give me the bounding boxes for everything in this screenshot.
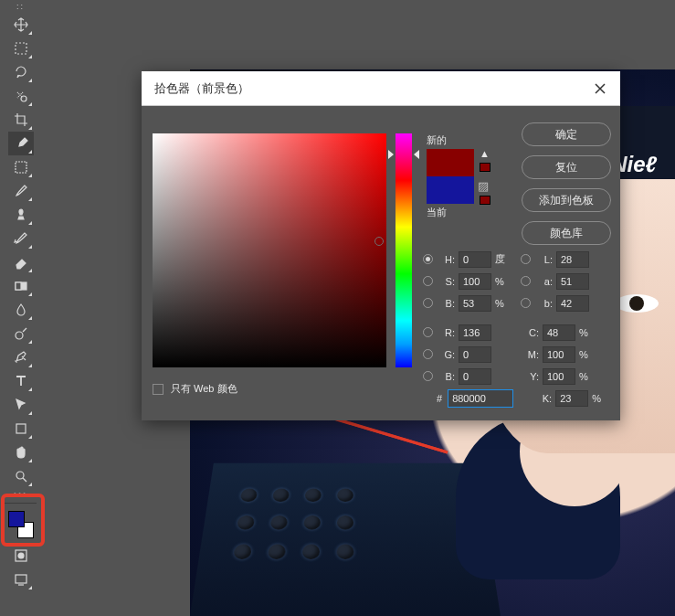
bv-radio[interactable] xyxy=(423,298,433,308)
g-radio[interactable] xyxy=(423,349,433,359)
gradient-tool[interactable] xyxy=(8,274,34,298)
color-swatches[interactable] xyxy=(6,509,36,540)
frame-tool[interactable] xyxy=(8,155,34,179)
type-tool[interactable] xyxy=(8,369,34,393)
tools-panel: :: ••• xyxy=(0,0,41,616)
foreground-swatch[interactable] xyxy=(8,511,25,527)
b-label: b: xyxy=(534,298,553,309)
bc-input[interactable] xyxy=(459,368,491,385)
hand-tool[interactable] xyxy=(8,441,34,464)
quick-mask-tool[interactable] xyxy=(8,544,34,568)
new-label: 新的 xyxy=(427,133,500,147)
y-unit: % xyxy=(579,371,594,382)
b-radio[interactable] xyxy=(521,298,531,308)
svg-rect-4 xyxy=(16,282,21,290)
add-swatch-button[interactable]: 添加到色板 xyxy=(522,188,611,212)
color-values: H: 度 L: S: % a: xyxy=(423,250,609,411)
web-only-label: 只有 Web 颜色 xyxy=(171,382,237,396)
hex-input[interactable] xyxy=(448,389,513,408)
color-compare: 新的 当前 ▲ ▨ xyxy=(427,133,500,221)
y-input[interactable] xyxy=(543,368,575,385)
h-radio[interactable] xyxy=(423,254,433,264)
panel-grip[interactable]: :: xyxy=(0,0,41,13)
b-input[interactable] xyxy=(556,295,589,312)
tool-options-icon[interactable]: ••• xyxy=(0,488,41,501)
s-unit: % xyxy=(495,276,510,287)
gamut-warning-swatch[interactable] xyxy=(480,163,490,172)
svg-rect-0 xyxy=(16,43,26,54)
dialog-titlebar[interactable]: 拾色器（前景色） xyxy=(142,71,620,106)
eyedropper-tool[interactable] xyxy=(8,132,34,155)
bv-input[interactable] xyxy=(459,295,491,312)
l-input[interactable] xyxy=(556,251,589,268)
g-label: G: xyxy=(437,349,455,360)
current-color-swatch[interactable] xyxy=(427,176,474,204)
hex-label: # xyxy=(437,393,442,404)
k-label: K: xyxy=(533,393,552,404)
s-input[interactable] xyxy=(459,273,491,290)
h-input[interactable] xyxy=(459,251,491,268)
svg-point-5 xyxy=(16,332,23,339)
a-input[interactable] xyxy=(556,273,589,290)
r-input[interactable] xyxy=(459,324,491,341)
hue-slider[interactable] xyxy=(396,133,412,367)
move-tool[interactable] xyxy=(8,13,34,37)
web-only-row: 只有 Web 颜色 xyxy=(153,382,237,396)
a-radio[interactable] xyxy=(521,276,531,286)
hue-slider-thumb-right xyxy=(414,150,419,159)
current-label: 当前 xyxy=(427,206,500,219)
r-radio[interactable] xyxy=(423,327,433,337)
color-libraries-button[interactable]: 颜色库 xyxy=(522,221,611,245)
ok-button[interactable]: 确定 xyxy=(522,122,611,146)
a-label: a: xyxy=(534,276,553,287)
s-radio[interactable] xyxy=(423,276,433,286)
k-unit: % xyxy=(592,393,606,404)
m-label: M: xyxy=(521,349,539,360)
lasso-tool[interactable] xyxy=(8,60,34,84)
quick-select-tool[interactable] xyxy=(8,84,34,108)
separator xyxy=(4,503,37,504)
dodge-tool[interactable] xyxy=(8,322,34,345)
color-field[interactable] xyxy=(153,133,386,367)
new-color-swatch[interactable] xyxy=(427,149,474,176)
crop-tool[interactable] xyxy=(8,108,34,132)
g-input[interactable] xyxy=(459,346,491,363)
l-radio[interactable] xyxy=(521,254,531,264)
bv-label: B: xyxy=(437,298,455,309)
path-select-tool[interactable] xyxy=(8,393,34,417)
color-picker-dialog: 拾色器（前景色） 新的 当前 ▲ ▨ 确定 复位 添加到色板 颜色库 xyxy=(142,71,620,420)
marquee-tool[interactable] xyxy=(8,37,34,60)
svg-point-9 xyxy=(18,553,24,558)
gamut-warning-icon[interactable]: ▲ xyxy=(480,148,490,159)
c-label: C: xyxy=(521,327,539,338)
m-input[interactable] xyxy=(543,346,575,363)
svg-point-7 xyxy=(16,472,24,479)
websafe-warning-swatch[interactable] xyxy=(480,196,490,205)
reset-button[interactable]: 复位 xyxy=(522,155,611,179)
hue-slider-thumb-left xyxy=(388,150,394,159)
web-only-checkbox[interactable] xyxy=(153,384,163,395)
l-label: L: xyxy=(534,254,553,265)
pen-tool[interactable] xyxy=(8,345,34,369)
c-unit: % xyxy=(579,327,594,338)
c-input[interactable] xyxy=(543,324,575,341)
bc-label: B: xyxy=(437,371,455,382)
svg-rect-6 xyxy=(16,424,26,433)
history-brush-tool[interactable] xyxy=(8,227,34,250)
h-unit: 度 xyxy=(495,252,510,266)
bc-radio[interactable] xyxy=(423,371,433,381)
svg-rect-2 xyxy=(16,162,26,173)
bv-unit: % xyxy=(495,298,510,309)
screen-mode-tool[interactable] xyxy=(8,568,34,591)
stamp-tool[interactable] xyxy=(8,203,34,227)
brush-tool[interactable] xyxy=(8,179,34,203)
zoom-tool[interactable] xyxy=(8,464,34,488)
eraser-tool[interactable] xyxy=(8,250,34,274)
websafe-warning-icon[interactable]: ▨ xyxy=(478,179,489,193)
close-icon[interactable] xyxy=(593,81,607,96)
color-field-cursor xyxy=(374,237,384,246)
dialog-title: 拾色器（前景色） xyxy=(154,80,249,97)
shape-tool[interactable] xyxy=(8,417,34,441)
k-input[interactable] xyxy=(555,390,588,407)
blur-tool[interactable] xyxy=(8,298,34,322)
